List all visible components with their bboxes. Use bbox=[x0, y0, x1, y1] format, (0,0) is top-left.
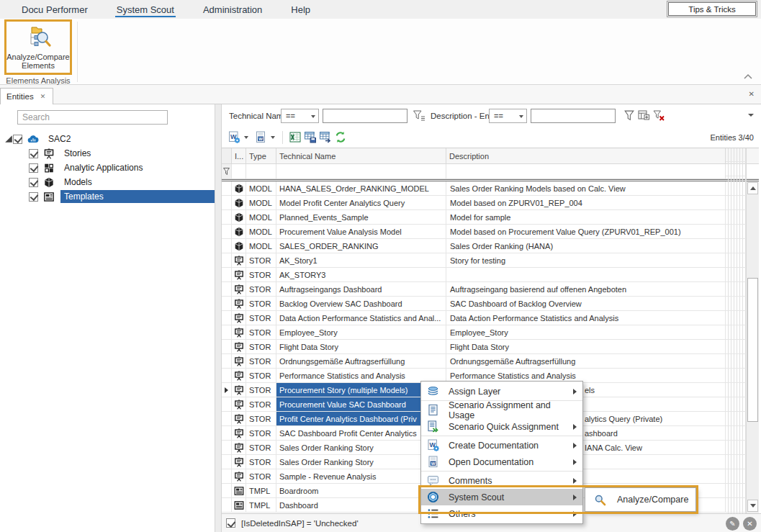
row-technical-name[interactable]: Flight Data Story bbox=[276, 340, 446, 353]
row-technical-name[interactable]: SALES_ORDER_RANKING bbox=[276, 239, 446, 253]
row-indicator bbox=[222, 210, 232, 224]
column-header-description[interactable]: Description bbox=[446, 148, 726, 163]
tree-item-templates[interactable]: Templates bbox=[0, 189, 215, 204]
row-indicator bbox=[222, 325, 232, 339]
filter-field1-input[interactable] bbox=[323, 109, 407, 123]
tips-tricks-button[interactable]: Tips & Tricks bbox=[668, 2, 756, 16]
status-filter-checkbox[interactable] bbox=[226, 518, 235, 528]
tree-checkbox-models[interactable] bbox=[29, 178, 38, 187]
auto-filter-cell[interactable] bbox=[246, 164, 276, 179]
row-technical-name[interactable]: Auftragseingangs Dashboard bbox=[276, 282, 446, 296]
close-filter-icon[interactable]: ✕ bbox=[743, 517, 757, 531]
filter-bar-dropdown-icon[interactable] bbox=[748, 114, 754, 117]
row-technical-name[interactable]: AK_STORY3 bbox=[276, 268, 446, 281]
tab-strip: Entities ✕ ✕ bbox=[0, 85, 761, 104]
row-type-icon bbox=[232, 455, 246, 469]
tab-close-icon[interactable]: ✕ bbox=[40, 93, 46, 100]
row-technical-name[interactable]: Backlog Overview SAC Dashboard bbox=[276, 297, 446, 310]
save-layout-icon[interactable] bbox=[304, 131, 318, 144]
menu-docu-performer[interactable]: Docu Performer bbox=[20, 1, 89, 17]
table-row[interactable]: MODL SALES_ORDER_RANKING Sales Order Ran… bbox=[222, 239, 747, 253]
tree-item-analytic-applications[interactable]: Analytic Applications bbox=[0, 161, 215, 175]
filter-field2-operator-select[interactable]: == bbox=[489, 109, 527, 123]
analyze-compare-elements-button[interactable]: Analyze/CompareElements bbox=[4, 19, 72, 75]
column-header-technical-name[interactable]: Technical Name bbox=[276, 148, 446, 163]
menu-system-scout[interactable]: System Scout bbox=[115, 1, 176, 17]
auto-filter-cell[interactable] bbox=[276, 164, 446, 179]
row-technical-name[interactable]: Model Profit Center Analytics Query bbox=[276, 196, 446, 209]
open-documentation-icon[interactable]: W bbox=[254, 131, 268, 144]
menu-item-open-documentation[interactable]: W Open Documentation bbox=[421, 454, 582, 470]
scroll-up-icon[interactable] bbox=[747, 182, 758, 194]
tree-item-models[interactable]: Models bbox=[0, 175, 215, 189]
table-row[interactable]: STOR Backlog Overview SAC Dashboard SAC … bbox=[222, 297, 747, 311]
tree-expander-icon[interactable] bbox=[4, 135, 13, 143]
table-row[interactable]: MODL HANA_SALES_Order_RANKING_MODEL Sale… bbox=[222, 181, 747, 196]
collapse-ribbon-icon[interactable] bbox=[744, 69, 752, 75]
menu-item-scenario-assignment[interactable]: Scenario Assignment and Usage bbox=[421, 402, 582, 418]
menu-item-create-documentation[interactable]: W Create Documentation bbox=[421, 437, 582, 454]
clear-filter-icon[interactable] bbox=[652, 109, 666, 122]
scroll-down-icon[interactable] bbox=[747, 500, 758, 512]
load-layout-icon[interactable] bbox=[319, 131, 333, 144]
filter-dialog-icon[interactable] bbox=[637, 109, 651, 122]
menu-administration[interactable]: Administration bbox=[202, 1, 264, 17]
row-indicator bbox=[222, 412, 232, 425]
table-row[interactable]: MODL Planned_Events_Sample Model for sam… bbox=[222, 210, 747, 225]
menu-item-others[interactable]: Others bbox=[421, 505, 582, 522]
menu-item-scenario-quick-assignment[interactable]: Scenario Quick Assignment bbox=[421, 418, 582, 435]
search-input[interactable] bbox=[17, 110, 168, 125]
create-documentation-icon[interactable]: W bbox=[228, 131, 241, 144]
auto-filter-cell[interactable] bbox=[446, 164, 726, 179]
table-row[interactable]: STOR Flight Data Story Flight Data Story bbox=[222, 340, 747, 354]
menu-item-system-scout[interactable]: System Scout bbox=[421, 489, 582, 505]
submenu-analyze-compare[interactable]: Analyze/Compare bbox=[585, 487, 696, 512]
table-row[interactable]: STOR AK_Story1 Story for testing bbox=[222, 253, 747, 268]
column-header-icon[interactable]: I... bbox=[232, 148, 246, 163]
table-row[interactable]: STOR Employee_Story Employee_Story bbox=[222, 325, 747, 340]
tree-checkbox-analytic-applications[interactable] bbox=[29, 163, 38, 173]
tree-item-sac2[interactable]: SAC2 bbox=[0, 132, 215, 146]
tab-entities[interactable]: Entities ✕ bbox=[0, 88, 53, 104]
row-technical-name[interactable]: Employee_Story bbox=[276, 325, 446, 339]
tree-label-stories: Stories bbox=[60, 147, 94, 160]
menu-item-comments[interactable]: Comments bbox=[421, 472, 582, 489]
row-technical-name[interactable]: Ordnungsgemäße Auftragserfüllung bbox=[276, 354, 446, 368]
tree-item-stories[interactable]: Stories bbox=[0, 146, 215, 161]
row-technical-name[interactable]: HANA_SALES_Order_RANKING_MODEL bbox=[276, 181, 446, 195]
row-technical-name[interactable]: Data Action Performance Statistics and A… bbox=[276, 311, 446, 325]
refresh-icon[interactable] bbox=[334, 131, 348, 144]
filter-edit-icon[interactable] bbox=[413, 109, 426, 122]
export-excel-icon[interactable] bbox=[289, 131, 302, 144]
table-row[interactable]: STOR Ordnungsgemäße Auftragserfüllung Or… bbox=[222, 354, 747, 369]
edit-filter-icon[interactable]: ✎ bbox=[726, 517, 739, 531]
filter-field1-operator-select[interactable]: == bbox=[281, 109, 319, 123]
tree-checkbox-stories[interactable] bbox=[29, 149, 38, 158]
chevron-down-icon[interactable] bbox=[271, 136, 275, 139]
stories-icon bbox=[43, 148, 57, 159]
auto-filter-cell[interactable] bbox=[232, 164, 246, 179]
table-row[interactable]: STOR AK_STORY3 bbox=[222, 268, 747, 282]
column-header-type[interactable]: Type▲ bbox=[246, 148, 276, 163]
scrollbar-thumb[interactable] bbox=[747, 278, 758, 422]
tree-checkbox-sac2[interactable] bbox=[13, 135, 22, 144]
filter-field2-input[interactable] bbox=[531, 109, 616, 123]
panel-splitter[interactable] bbox=[215, 104, 222, 532]
row-indicator bbox=[222, 181, 232, 195]
row-technical-name[interactable]: Planned_Events_Sample bbox=[276, 210, 446, 224]
menu-item-assign-layer[interactable]: Assign Layer bbox=[421, 383, 582, 400]
table-row[interactable]: STOR Data Action Performance Statistics … bbox=[222, 311, 747, 325]
row-type-icon bbox=[232, 441, 246, 454]
row-technical-name[interactable]: AK_Story1 bbox=[276, 253, 446, 267]
table-row[interactable]: MODL Model Profit Center Analytics Query… bbox=[222, 196, 747, 210]
apply-filter-icon[interactable] bbox=[623, 109, 636, 122]
chevron-down-icon[interactable] bbox=[244, 136, 248, 139]
row-technical-name[interactable]: Procurement Value Analysis Model bbox=[276, 225, 446, 238]
table-row[interactable]: STOR Auftragseingangs Dashboard Auftrags… bbox=[222, 282, 747, 297]
menu-help[interactable]: Help bbox=[289, 1, 312, 17]
table-row[interactable]: MODL Procurement Value Analysis Model Mo… bbox=[222, 225, 747, 239]
tree-checkbox-templates[interactable] bbox=[29, 192, 38, 202]
vertical-scrollbar[interactable] bbox=[747, 181, 759, 513]
panel-close-icon[interactable]: ✕ bbox=[749, 90, 755, 98]
tree-label-sac2: SAC2 bbox=[45, 132, 74, 145]
